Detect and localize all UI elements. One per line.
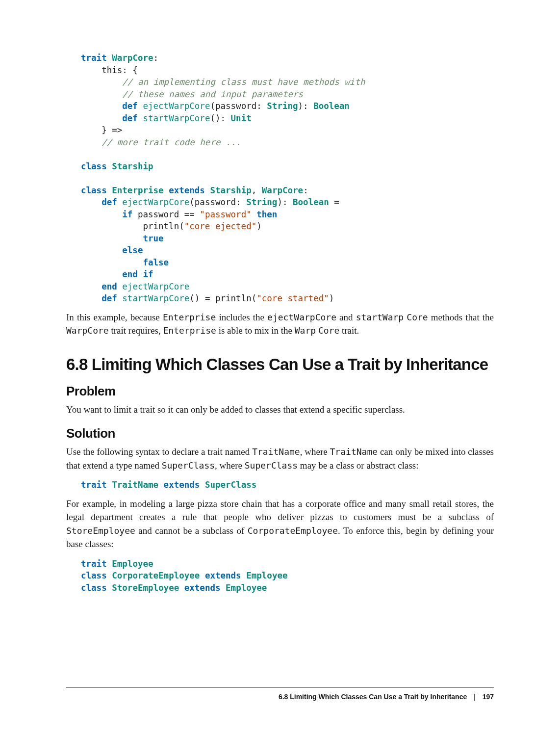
code-block-traitname: trait TraitName extends SuperClass [66,479,494,491]
footer-separator: | [469,693,481,701]
paragraph: For example, in modeling a large pizza s… [66,497,494,551]
paragraph: Use the following syntax to declare a tr… [66,445,494,472]
subheading-solution: Solution [66,426,494,441]
footer-page-number: 197 [483,693,494,701]
code-block-warpcore: trait WarpCore: this: { // an implementi… [66,52,494,305]
footer-section-title: 6.8 Limiting Which Classes Can Use a Tra… [279,693,467,701]
subheading-problem: Problem [66,384,494,399]
type: WarpCore [112,53,153,63]
book-page: trait WarpCore: this: { // an implementi… [0,0,560,736]
page-footer: 6.8 Limiting Which Classes Can Use a Tra… [66,687,494,701]
section-heading: 6.8 Limiting Which Classes Can Use a Tra… [66,355,494,374]
comment: // an implementing class must have metho… [81,77,365,87]
paragraph: In this example, because Enterprise incl… [66,311,494,338]
code-block-employee: trait Employee class CorporateEmployee e… [66,558,494,594]
comment: // these names and input parameters [81,89,303,99]
inline-code: Enterprise [163,312,216,322]
comment: // more trait code here ... [81,137,241,147]
keyword: trait [81,53,107,63]
paragraph: You want to limit a trait so it can only… [66,403,494,417]
